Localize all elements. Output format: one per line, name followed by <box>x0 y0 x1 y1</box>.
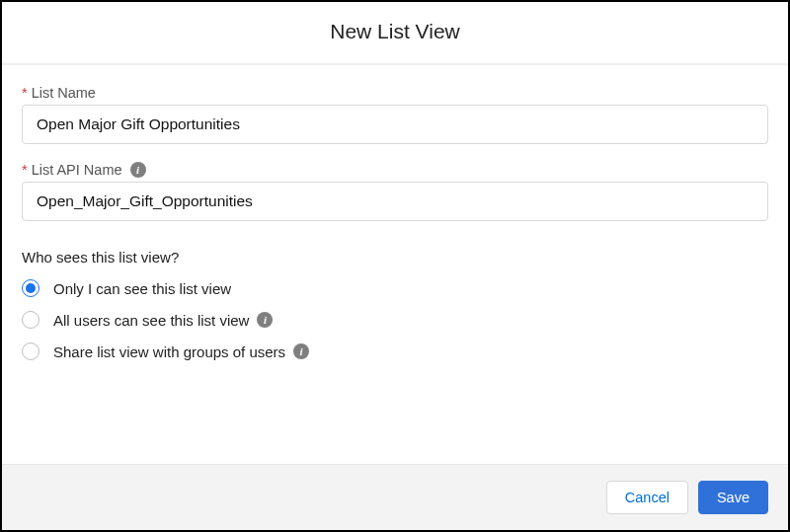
visibility-option-all-users[interactable]: All users can see this list view i <box>22 311 768 329</box>
radio-icon[interactable] <box>22 342 40 360</box>
required-asterisk: * <box>22 162 28 178</box>
list-name-input[interactable] <box>22 105 768 144</box>
list-name-label-row: * List Name <box>22 85 768 101</box>
modal-title: New List View <box>2 20 788 43</box>
new-list-view-modal: New List View * List Name * List API Nam… <box>0 0 790 532</box>
save-button[interactable]: Save <box>698 481 768 514</box>
info-icon[interactable]: i <box>257 312 273 328</box>
radio-icon[interactable] <box>22 311 40 329</box>
required-asterisk: * <box>22 85 28 101</box>
visibility-option-only-me[interactable]: Only I can see this list view <box>22 279 768 297</box>
modal-header: New List View <box>2 2 788 65</box>
radio-label: Share list view with groups of users <box>53 343 285 360</box>
radio-icon[interactable] <box>22 279 40 297</box>
visibility-question: Who sees this list view? <box>22 249 768 266</box>
list-api-name-input[interactable] <box>22 182 768 221</box>
radio-label: Only I can see this list view <box>53 280 231 297</box>
modal-body: * List Name * List API Name i Who sees t… <box>2 65 788 464</box>
list-name-group: * List Name <box>22 85 768 144</box>
cancel-button[interactable]: Cancel <box>606 481 688 514</box>
info-icon[interactable]: i <box>293 343 309 359</box>
radio-label: All users can see this list view <box>53 312 249 329</box>
list-api-name-label: List API Name <box>32 162 122 178</box>
visibility-option-share-groups[interactable]: Share list view with groups of users i <box>22 342 768 360</box>
list-api-name-group: * List API Name i <box>22 162 768 221</box>
list-name-label: List Name <box>32 85 96 101</box>
modal-footer: Cancel Save <box>2 464 788 530</box>
list-api-name-label-row: * List API Name i <box>22 162 768 178</box>
info-icon[interactable]: i <box>130 162 146 178</box>
